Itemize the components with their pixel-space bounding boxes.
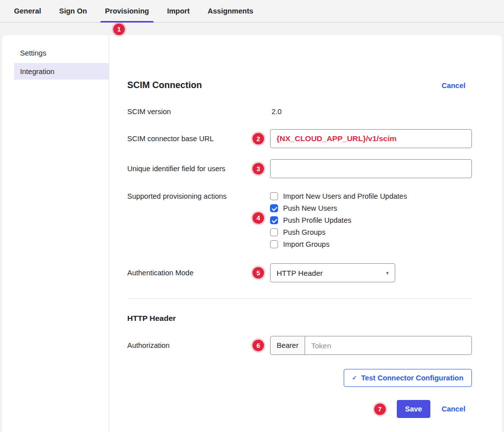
cancel-link-top[interactable]: Cancel <box>441 82 465 90</box>
auth-mode-label: Authentication Mode <box>127 269 270 277</box>
authorization-label: Authorization <box>127 341 270 349</box>
section-divider <box>127 298 472 299</box>
test-connector-button[interactable]: ✓ Test Connector Configuration <box>344 369 472 387</box>
http-header-section-title: HTTP Header <box>127 314 472 323</box>
provisioning-card: Settings Integration SCIM Connection Can… <box>2 35 502 432</box>
tab-assignments[interactable]: Assignments <box>199 0 263 22</box>
unique-id-label: Unique identifier field for users <box>127 165 270 173</box>
unique-id-input[interactable] <box>270 159 472 178</box>
checkbox-label: Push New Users <box>283 204 337 212</box>
checkbox-icon[interactable] <box>270 216 278 224</box>
token-input[interactable] <box>305 336 472 355</box>
test-connector-label: Test Connector Configuration <box>361 374 463 382</box>
annotation-badge-7: 7 <box>374 403 386 415</box>
tab-sign-on[interactable]: Sign On <box>50 0 96 22</box>
annotation-badge-1: 1 <box>113 24 125 35</box>
authorization-input-group: Bearer <box>270 336 472 355</box>
annotation-badge-2: 2 <box>253 133 264 145</box>
chevron-down-icon: ▾ <box>386 270 389 276</box>
scim-version-row: SCIM version 2.0 <box>127 107 472 116</box>
checkbox-icon[interactable] <box>270 192 278 200</box>
sidebar-heading: Settings <box>14 49 109 63</box>
unique-id-row: Unique identifier field for users 3 <box>127 159 472 178</box>
checkbox-row-import-groups[interactable]: Import Groups <box>270 240 472 248</box>
checkbox-icon[interactable] <box>270 204 278 212</box>
sidebar-item-integration[interactable]: Integration <box>14 63 109 80</box>
checkbox-icon[interactable] <box>270 228 278 236</box>
checkbox-row-push-groups[interactable]: Push Groups <box>270 228 472 236</box>
authorization-row: Authorization 6 Bearer <box>127 336 472 355</box>
checkbox-label: Import New Users and Profile Updates <box>283 192 407 200</box>
bearer-prefix: Bearer <box>270 336 305 355</box>
checkbox-row-push-profile-updates[interactable]: Push Profile Updates <box>270 216 472 224</box>
tab-provisioning[interactable]: Provisioning <box>96 0 158 22</box>
form-actions-row: 7 Save Cancel <box>127 400 472 418</box>
base-url-input[interactable] <box>270 129 472 148</box>
auth-mode-row: Authentication Mode 5 HTTP Header ▾ <box>127 263 472 282</box>
provisioning-actions-label: Supported provisioning actions <box>127 192 270 200</box>
save-button[interactable]: Save <box>397 400 431 418</box>
provisioning-actions-row: Supported provisioning actions 4 Import … <box>127 192 472 248</box>
authentication-mode-select[interactable]: HTTP Header ▾ <box>270 263 395 282</box>
checkbox-row-push-new-users[interactable]: Push New Users <box>270 204 472 212</box>
annotation-badge-6: 6 <box>253 340 264 351</box>
check-icon: ✓ <box>352 374 357 381</box>
page-title: SCIM Connection <box>127 80 202 91</box>
base-url-row: SCIM connector base URL 2 <box>127 129 472 148</box>
annotation-badge-3: 3 <box>253 163 264 175</box>
annotation-badge-4: 4 <box>253 212 264 224</box>
cancel-button[interactable]: Cancel <box>441 405 465 413</box>
form-header: SCIM Connection Cancel <box>127 80 472 91</box>
checkbox-row-import-new-users[interactable]: Import New Users and Profile Updates <box>270 192 472 200</box>
checkbox-label: Push Groups <box>283 228 326 236</box>
checkbox-icon[interactable] <box>270 240 278 248</box>
tab-bar: General Sign On Provisioning Import Assi… <box>0 0 504 23</box>
scim-connection-form: SCIM Connection Cancel SCIM version 2.0 … <box>109 35 502 432</box>
test-connector-row: ✓ Test Connector Configuration <box>127 369 472 387</box>
annotation-badge-5: 5 <box>253 267 264 279</box>
checkbox-label: Import Groups <box>283 240 330 248</box>
selected-option-label: HTTP Header <box>277 269 323 277</box>
sidebar-item-label: Integration <box>20 68 55 76</box>
tab-general[interactable]: General <box>5 0 50 22</box>
base-url-label: SCIM connector base URL <box>127 135 270 143</box>
scim-version-value: 2.0 <box>270 108 282 116</box>
checkbox-label: Push Profile Updates <box>283 216 351 224</box>
tab-import[interactable]: Import <box>158 0 198 22</box>
scim-version-label: SCIM version <box>127 108 270 116</box>
settings-sidebar: Settings Integration <box>2 35 109 432</box>
